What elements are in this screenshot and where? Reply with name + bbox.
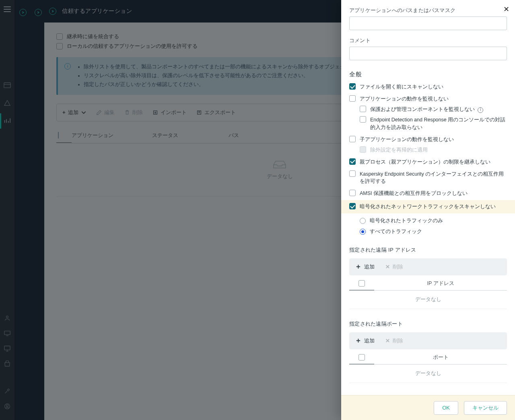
ip-select-all-checkbox[interactable] [358, 280, 365, 287]
port-col-header[interactable]: ポート [374, 354, 507, 365]
port-delete-button[interactable]: 削除 [385, 337, 403, 344]
chk-apply-recursive: 除外設定を再帰的に適用 [360, 146, 507, 154]
port-add-label: 追加 [364, 337, 375, 344]
chk-inherit-parent[interactable]: 親プロセス（親アプリケーション）の制限を継承しない [349, 158, 507, 166]
port-add-button[interactable]: 追加 [356, 337, 375, 344]
plus-icon [356, 338, 361, 343]
chk-label: アプリケーションの動作を監視しない [360, 95, 449, 102]
remote-port-title: 指定された遠隔ポート [349, 320, 507, 328]
chk-label: ファイルを開く前にスキャンしない [360, 83, 443, 90]
ok-button[interactable]: OK [434, 401, 458, 415]
chk-kes-interface[interactable]: Kaspersky Endpoint Security のインターフェイスとの相… [349, 170, 507, 185]
ip-delete-button[interactable]: 削除 [385, 263, 403, 270]
chk-scan-before-open[interactable]: ファイルを開く前にスキャンしない [349, 83, 507, 90]
ip-empty: データなし [349, 291, 507, 309]
cancel-button[interactable]: キャンセル [464, 401, 507, 415]
chk-label: AMSI 保護機能との相互作用をブロックしない [360, 190, 468, 197]
port-delete-label: 削除 [393, 337, 403, 344]
checkbox-icon[interactable] [360, 116, 366, 123]
panel-footer: OK キャンセル [341, 395, 515, 420]
remote-ip-title: 指定された遠隔 IP アドレス [349, 246, 507, 254]
x-icon [385, 264, 390, 269]
checkbox-icon[interactable] [349, 170, 356, 177]
chk-monitor-protect[interactable]: 保護および管理コンポーネントを監視しない i [360, 106, 507, 113]
path-input[interactable] [349, 16, 507, 30]
chk-label: 暗号化されたネットワークトラフィックをスキャンしない [360, 203, 496, 210]
chk-monitor-app[interactable]: アプリケーションの動作を監視しない [349, 95, 507, 102]
x-icon [385, 338, 390, 343]
remote-ip-toolbar: 追加 削除 [349, 258, 507, 275]
chk-amsi[interactable]: AMSI 保護機能との相互作用をブロックしない [349, 190, 507, 197]
chk-label: 親プロセス（親アプリケーション）の制限を継承しない [360, 158, 490, 166]
radio-encrypted-only[interactable]: 暗号化されたトラフィックのみ [360, 217, 507, 224]
checkbox-icon[interactable] [349, 83, 356, 90]
chk-monitor-child[interactable]: 子アプリケーションの動作を監視しない [349, 136, 507, 143]
comment-input[interactable] [349, 47, 507, 60]
checkbox-icon[interactable] [360, 106, 366, 112]
chk-encrypted[interactable]: 暗号化されたネットワークトラフィックをスキャンしない [349, 203, 507, 210]
general-section-title: 全般 [349, 71, 507, 78]
side-panel: ✕ アプリケーションへのパスまたはパスマスク コメント 全般 ファイルを開く前に… [341, 0, 515, 420]
ip-col-header[interactable]: IP アドレス [374, 280, 507, 291]
chk-label: 保護および管理コンポーネントを監視しない i [370, 106, 483, 113]
chk-label: 除外設定を再帰的に適用 [370, 146, 428, 154]
plus-icon [356, 264, 361, 269]
checkbox-icon[interactable] [349, 203, 356, 209]
port-empty: データなし [349, 365, 507, 383]
port-select-all-checkbox[interactable] [358, 354, 365, 361]
radio-icon[interactable] [360, 229, 366, 235]
ip-add-label: 追加 [364, 263, 375, 270]
checkbox-icon[interactable] [349, 190, 356, 196]
checkbox-icon[interactable] [349, 136, 356, 142]
ip-delete-label: 削除 [393, 263, 403, 270]
radio-label: すべてのトラフィック [370, 228, 422, 235]
ip-add-button[interactable]: 追加 [356, 263, 375, 270]
chk-label: Endpoint Detection and Response 用のコンソールで… [370, 116, 507, 131]
chk-edr-console[interactable]: Endpoint Detection and Response 用のコンソールで… [360, 116, 507, 131]
checkbox-icon[interactable] [349, 95, 356, 102]
remote-port-toolbar: 追加 削除 [349, 332, 507, 349]
close-icon[interactable]: ✕ [503, 5, 509, 14]
radio-label: 暗号化されたトラフィックのみ [370, 217, 443, 224]
checkbox-icon[interactable] [349, 158, 356, 165]
radio-all-traffic[interactable]: すべてのトラフィック [360, 228, 507, 235]
chk-label: Kaspersky Endpoint Security のインターフェイスとの相… [360, 170, 507, 185]
path-label: アプリケーションへのパスまたはパスマスク [349, 7, 507, 14]
chk-label: 子アプリケーションの動作を監視しない [360, 136, 454, 143]
info-icon[interactable]: i [478, 107, 483, 113]
radio-icon[interactable] [360, 218, 366, 224]
checkbox-icon [360, 146, 366, 153]
comment-label: コメント [349, 37, 507, 44]
